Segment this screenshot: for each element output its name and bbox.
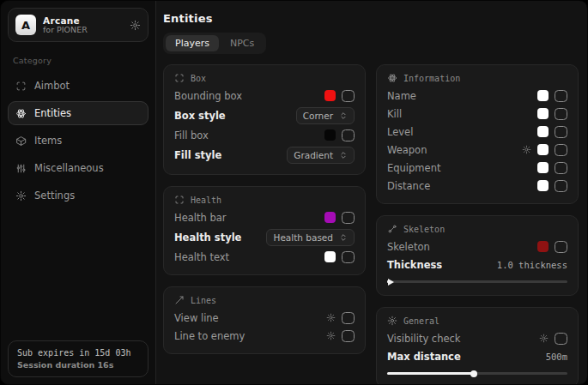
gear-icon[interactable]: [130, 20, 141, 31]
category-label: Category: [13, 56, 143, 65]
toggle-row-health-text: Health text: [174, 248, 355, 266]
app-window: A Arcane for PIONER Category Aimbot: [0, 0, 588, 385]
session-duration-text: Session duration 16s: [17, 360, 139, 370]
slider-thumb[interactable]: [388, 279, 394, 286]
sidebar: A Arcane for PIONER Category Aimbot: [1, 1, 156, 384]
sliders-icon: [15, 163, 27, 174]
gear-icon[interactable]: [522, 145, 531, 154]
gear-icon[interactable]: [326, 313, 336, 322]
sidebar-item-items[interactable]: Items: [8, 129, 149, 153]
brand-card: A Arcane for PIONER: [8, 8, 149, 42]
card-title-label: Information: [403, 74, 460, 83]
subscription-status: Sub expires in 15d 03h Session duration …: [8, 340, 149, 377]
crosshair-scan-icon: [15, 81, 27, 92]
sidebar-item-miscellaneous[interactable]: Miscellaneous: [8, 156, 149, 180]
health-brackets-icon: [174, 195, 185, 205]
card-health: Health Health bar Health style Health ba…: [163, 186, 366, 275]
slider-thumb[interactable]: [470, 370, 477, 377]
card-title-label: Lines: [191, 296, 216, 305]
toggle-row-line-to-enemy: Line to enemy: [174, 327, 355, 345]
toggle-row-distance: Distance: [387, 177, 567, 195]
chevrons-up-down-icon: [339, 233, 348, 242]
gear-icon[interactable]: [326, 331, 336, 340]
checkbox[interactable]: [342, 330, 355, 342]
checkbox[interactable]: [342, 90, 355, 102]
sidebar-item-settings[interactable]: Settings: [8, 183, 149, 208]
checkbox[interactable]: [342, 312, 355, 324]
diagonal-line-icon: [174, 295, 185, 305]
checkbox[interactable]: [555, 241, 567, 253]
checkbox[interactable]: [342, 212, 355, 224]
page-title: Entities: [163, 12, 579, 25]
checkbox[interactable]: [555, 126, 567, 138]
tab-bar: Players NPCs: [163, 33, 266, 54]
toggle-row-health-bar: Health bar: [174, 208, 355, 226]
checkbox[interactable]: [555, 333, 567, 345]
thickness-slider[interactable]: [387, 280, 567, 283]
card-title-label: Health: [191, 196, 221, 205]
sidebar-item-label: Aimbot: [34, 80, 70, 92]
sidebar-nav: Aimbot Entities Items Miscellaneous: [8, 74, 149, 208]
checkbox[interactable]: [555, 162, 567, 174]
cube-icon: [15, 135, 27, 147]
toggle-row-kill: Kill: [387, 105, 567, 123]
sidebar-item-label: Items: [34, 135, 62, 147]
scan-brackets-icon: [174, 73, 185, 83]
sidebar-item-entities[interactable]: Entities: [8, 101, 149, 125]
logo-letter: A: [21, 19, 30, 32]
toggle-row-view-line: View line: [174, 309, 355, 327]
slider-row-max-distance: Max distance 500m: [387, 347, 567, 365]
fill-style-dropdown[interactable]: Gradient: [287, 147, 355, 164]
chevrons-up-down-icon: [339, 151, 348, 159]
sidebar-item-aimbot[interactable]: Aimbot: [8, 74, 149, 98]
toggle-row-fill-box: Fill box: [174, 126, 355, 144]
toggle-row-equipment: Equipment: [387, 159, 567, 177]
card-box: Box Bounding box Box style Corner: [163, 64, 366, 175]
card-title-label: General: [403, 316, 439, 326]
health-style-dropdown[interactable]: Health based: [266, 229, 355, 246]
max-distance-slider[interactable]: [387, 372, 567, 375]
color-swatch[interactable]: [537, 241, 549, 252]
slider-row-thickness: Thickness 1.0 thickness: [387, 256, 567, 274]
color-swatch[interactable]: [537, 162, 549, 173]
card-title-label: Skeleton: [403, 225, 445, 234]
gear-icon[interactable]: [539, 334, 549, 343]
toggle-row-skeleton: Skeleton: [387, 238, 567, 256]
checkbox[interactable]: [555, 180, 567, 192]
color-swatch[interactable]: [537, 144, 549, 155]
toggle-row-bounding-box: Bounding box: [174, 87, 355, 105]
card-skeleton: Skeleton Skeleton Thickness 1.0 thicknes…: [376, 215, 579, 296]
gear-box-icon: [387, 316, 397, 326]
color-swatch[interactable]: [537, 126, 549, 137]
sidebar-item-label: Miscellaneous: [34, 162, 104, 174]
tab-players[interactable]: Players: [166, 35, 219, 51]
sidebar-item-label: Entities: [34, 107, 71, 119]
card-information: Information Name Kill: [376, 64, 579, 204]
checkbox[interactable]: [342, 251, 355, 263]
checkbox[interactable]: [342, 129, 355, 141]
thickness-value: 1.0 thickness: [497, 260, 567, 270]
gear-icon: [15, 190, 27, 202]
color-swatch[interactable]: [537, 90, 549, 101]
color-swatch[interactable]: [324, 129, 336, 141]
toggle-row-weapon: Weapon: [387, 141, 567, 159]
tab-npcs[interactable]: NPCs: [221, 35, 264, 51]
color-swatch[interactable]: [537, 108, 549, 119]
sidebar-item-label: Settings: [34, 189, 75, 202]
box-style-dropdown[interactable]: Corner: [296, 107, 355, 124]
checkbox[interactable]: [555, 90, 567, 102]
atom-icon: [387, 73, 397, 83]
color-swatch[interactable]: [324, 251, 336, 262]
bone-icon: [387, 224, 397, 234]
card-general: General Visibility check Max distance 50…: [376, 307, 579, 384]
checkbox[interactable]: [555, 108, 567, 120]
app-subtitle: for PIONER: [43, 26, 123, 35]
color-swatch[interactable]: [324, 212, 336, 223]
sub-expiry-text: Sub expires in 15d 03h: [17, 348, 139, 358]
checkbox[interactable]: [555, 144, 567, 156]
max-distance-value: 500m: [546, 352, 567, 362]
color-swatch[interactable]: [537, 180, 549, 191]
card-lines: Lines View line Line to enemy: [163, 286, 366, 354]
color-swatch[interactable]: [324, 90, 336, 101]
toggle-row-name: Name: [387, 87, 567, 105]
